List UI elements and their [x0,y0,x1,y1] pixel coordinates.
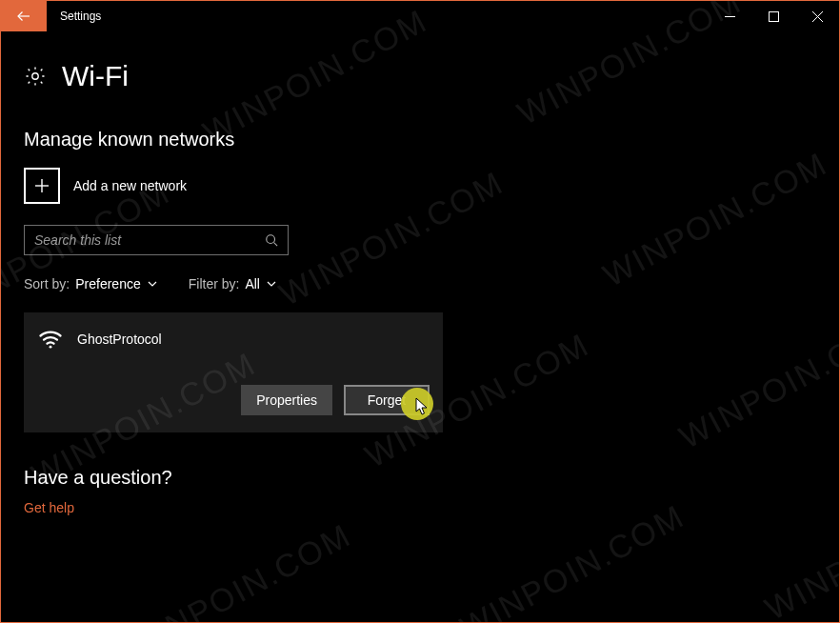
add-network-button[interactable]: Add a new network [24,168,187,204]
close-icon [812,11,823,22]
properties-button[interactable]: Properties [241,385,332,415]
network-head: GhostProtocol [37,326,430,352]
watermark: WINPOIN.COM [454,497,690,623]
add-box [24,168,60,204]
sort-value: Preference [75,276,140,291]
search-icon [265,233,278,247]
arrow-left-icon [15,8,32,25]
add-network-label: Add a new network [73,178,187,193]
maximize-icon [769,11,779,22]
svg-point-5 [32,73,38,79]
search-input[interactable] [34,232,265,248]
help-heading: Have a question? [24,467,816,489]
window-title: Settings [47,1,101,31]
get-help-link[interactable]: Get help [24,500,816,515]
section-heading: Manage known networks [24,129,816,151]
svg-point-8 [267,235,275,244]
filter-label: Filter by: [189,276,240,291]
watermark: WINPOIN.COM [121,516,357,623]
svg-rect-2 [769,11,778,21]
filter-value: All [245,276,260,291]
minimize-button[interactable] [708,1,751,31]
chevron-down-icon [266,278,277,290]
titlebar: Settings [1,1,839,31]
content-area: Wi-Fi Manage known networks Add a new ne… [1,31,839,515]
sort-by-dropdown[interactable]: Sort by: Preference [24,276,158,291]
network-item[interactable]: GhostProtocol Properties Forget [24,312,443,432]
sort-label: Sort by: [24,276,70,291]
wifi-icon [37,326,64,352]
page-header: Wi-Fi [24,60,816,92]
filter-by-dropdown[interactable]: Filter by: All [189,276,277,291]
plus-icon [33,177,50,194]
search-box[interactable] [24,225,289,255]
svg-point-10 [50,346,52,349]
window-controls [708,1,839,31]
svg-line-9 [274,243,278,247]
close-button[interactable] [795,1,839,31]
minimize-icon [725,11,735,22]
filter-row: Sort by: Preference Filter by: All [24,276,816,291]
chevron-down-icon [147,278,158,290]
page-title: Wi-Fi [62,60,129,92]
gear-icon [24,65,47,88]
forget-button[interactable]: Forget [344,385,430,415]
maximize-button[interactable] [751,1,795,31]
back-button[interactable] [1,1,47,31]
network-actions: Properties Forget [37,385,430,415]
network-name: GhostProtocol [77,332,162,347]
help-section: Have a question? Get help [24,467,816,515]
